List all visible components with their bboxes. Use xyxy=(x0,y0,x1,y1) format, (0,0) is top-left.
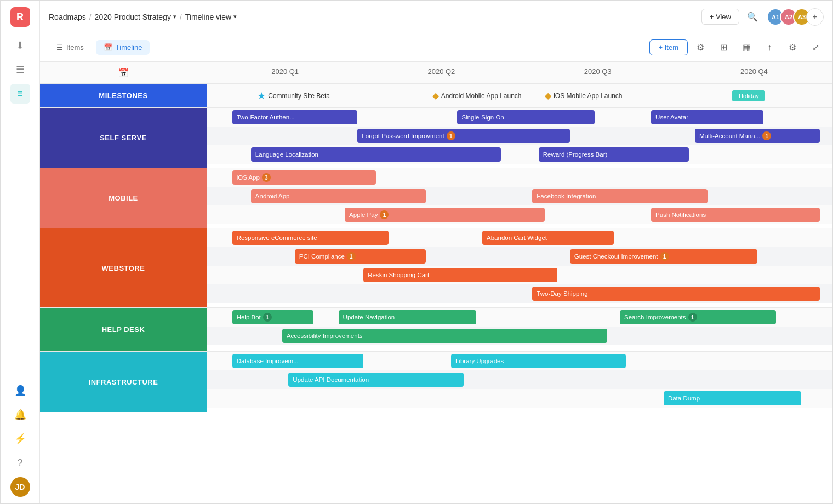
breadcrumb-sep2: / xyxy=(180,13,182,21)
bar-ios-app[interactable]: iOS App 3 xyxy=(232,170,376,185)
milestone-community-label: Community Site Beta xyxy=(268,92,330,100)
mobile-label: MOBILE xyxy=(40,168,207,228)
items-tab-label: Items xyxy=(66,43,84,51)
helpdesk-label: HELP DESK xyxy=(40,308,207,351)
group-self-serve: SELF SERVE Two-Factor Authen... Single-S… xyxy=(40,108,832,168)
top-nav: Roadmaps / 2020 Product Strategy / Timel… xyxy=(40,1,832,33)
star-icon: ★ xyxy=(257,90,266,102)
group-infrastructure: INFRASTRUCTURE Database Improvem... Libr… xyxy=(40,352,832,412)
infra-label: INFRASTRUCTURE xyxy=(40,352,207,412)
group-icon[interactable]: ⊞ xyxy=(715,39,732,56)
infra-track-2: Update API Documentation xyxy=(207,370,832,389)
webstore-label: WEBSTORE xyxy=(40,228,207,307)
q3-header: 2020 Q3 xyxy=(520,62,676,83)
sidebar-icon-download[interactable]: ⬇ xyxy=(10,36,30,55)
sidebar-icon-list[interactable]: ☰ xyxy=(10,60,30,79)
fullscreen-icon[interactable]: ⤢ xyxy=(807,39,824,56)
sidebar: R ⬇ ☰ ≡ 👤 🔔 ⚡ ? JD xyxy=(1,1,40,503)
diamond-icon-1: ◆ xyxy=(432,90,439,101)
helpdesk-track-2: Accessibility Improvements xyxy=(207,327,832,345)
milestone-community[interactable]: ★ Community Site Beta xyxy=(257,90,330,102)
webstore-track-2: PCI Compliance 1 Guest Checkout Improvem… xyxy=(207,247,832,266)
sidebar-icon-contacts[interactable]: 👤 xyxy=(10,381,30,400)
breadcrumb-view[interactable]: Timeline view xyxy=(185,13,237,21)
bar-multi-account[interactable]: Multi-Account Mana... 1 xyxy=(695,129,820,143)
mobile-track-2: Android App Facebook Integration xyxy=(207,187,832,205)
sidebar-icon-bell[interactable]: 🔔 xyxy=(10,405,30,425)
topnav-icons: 🔍 A1 A2 A3 + xyxy=(744,8,824,26)
export-icon[interactable]: ↑ xyxy=(761,39,778,56)
bar-abandon-cart[interactable]: Abandon Cart Widget xyxy=(482,231,614,245)
filter-icon[interactable]: ⚙ xyxy=(692,39,709,56)
bar-library[interactable]: Library Upgrades xyxy=(451,354,626,368)
webstore-track-3: Reskin Shopping Cart xyxy=(207,266,832,284)
sidebar-icon-roadmap[interactable]: ≡ xyxy=(10,84,30,104)
bar-apple-pay[interactable]: Apple Pay 1 xyxy=(345,208,545,222)
milestone-android[interactable]: ◆ Android Mobile App Launch xyxy=(432,90,522,101)
bar-two-factor[interactable]: Two-Factor Authen... xyxy=(232,110,357,124)
webstore-tracks: Responsive eCommerce site Abandon Cart W… xyxy=(207,228,832,307)
items-tab-icon: ☰ xyxy=(56,43,63,51)
app-logo[interactable]: R xyxy=(10,7,30,27)
bar-data-dump[interactable]: Data Dump xyxy=(664,391,801,405)
breadcrumb-root[interactable]: Roadmaps xyxy=(49,13,86,21)
bar-forgot-password[interactable]: Forgot Password Improvment 1 xyxy=(357,129,570,143)
infra-track-1: Database Improvem... Library Upgrades xyxy=(207,352,832,370)
add-member-button[interactable]: + xyxy=(806,8,824,26)
bar-database[interactable]: Database Improvem... xyxy=(232,354,364,368)
user-avatar-sidebar[interactable]: JD xyxy=(10,477,30,497)
self-serve-track-3: Language Localization Reward (Progress B… xyxy=(207,145,832,164)
bar-guest-checkout[interactable]: Guest Checkout Improvement 1 xyxy=(570,249,757,264)
bar-single-sign-on[interactable]: Single-Sign On xyxy=(457,110,595,124)
diamond-icon-2: ◆ xyxy=(545,90,551,101)
webstore-track-4: Two-Day Shipping xyxy=(207,284,832,303)
quarters-row: 2020 Q1 2020 Q2 2020 Q3 2020 Q4 xyxy=(207,62,832,83)
helpdesk-track-1: Help Bot 1 Update Navigation Search Impr… xyxy=(207,308,832,327)
timeline-tab-label: Timeline xyxy=(116,43,142,51)
bar-user-avatar[interactable]: User Avatar xyxy=(651,110,763,124)
mobile-tracks: iOS App 3 Android App Facebook Integrati… xyxy=(207,168,832,228)
breadcrumb-project[interactable]: 2020 Product Strategy xyxy=(95,13,176,21)
bar-api-docs[interactable]: Update API Documentation xyxy=(288,373,463,387)
timeline-tab[interactable]: 📅 Timeline xyxy=(96,40,150,55)
bar-responsive[interactable]: Responsive eCommerce site xyxy=(232,231,389,245)
webstore-track-1: Responsive eCommerce site Abandon Cart W… xyxy=(207,228,832,247)
timeline-area[interactable]: 📅 2020 Q1 2020 Q2 2020 Q3 2020 Q4 MILEST… xyxy=(40,62,832,503)
sidebar-icon-help[interactable]: ? xyxy=(10,453,30,473)
bar-language-loc[interactable]: Language Localization xyxy=(251,147,501,162)
milestone-ios-label: iOS Mobile App Launch xyxy=(554,92,622,100)
add-view-button[interactable]: + View xyxy=(701,9,739,25)
settings-icon[interactable]: ⚙ xyxy=(784,39,801,56)
bar-update-nav[interactable]: Update Navigation xyxy=(339,310,476,324)
helpdesk-tracks: Help Bot 1 Update Navigation Search Impr… xyxy=(207,308,832,351)
avatar-stack: A1 A2 A3 + xyxy=(767,8,824,26)
milestone-android-label: Android Mobile App Launch xyxy=(441,92,522,100)
timeline-tab-icon: 📅 xyxy=(104,43,112,51)
bar-helpbot[interactable]: Help Bot 1 xyxy=(232,310,313,324)
bar-accessibility[interactable]: Accessibility Improvements xyxy=(282,329,607,343)
items-tab[interactable]: ☰ Items xyxy=(49,40,92,55)
sidebar-icon-bolt[interactable]: ⚡ xyxy=(10,429,30,449)
search-icon[interactable]: 🔍 xyxy=(744,8,761,26)
timeline-label-header: 📅 xyxy=(40,62,207,83)
bar-android-app[interactable]: Android App xyxy=(251,189,426,203)
add-item-button[interactable]: + Item xyxy=(649,39,688,55)
bar-search-improvements[interactable]: Search Improvements 1 xyxy=(620,310,776,324)
bar-two-day[interactable]: Two-Day Shipping xyxy=(532,287,820,301)
breadcrumb-sep1: / xyxy=(89,13,92,21)
bar-facebook[interactable]: Facebook Integration xyxy=(532,189,707,203)
bar-reward[interactable]: Reward (Progress Bar) xyxy=(539,147,689,162)
milestone-holiday[interactable]: Holiday xyxy=(732,90,765,101)
self-serve-tracks: Two-Factor Authen... Single-Sign On User… xyxy=(207,108,832,168)
bar-reskin[interactable]: Reskin Shopping Cart xyxy=(363,268,557,282)
q4-header: 2020 Q4 xyxy=(676,62,832,83)
app-container: R ⬇ ☰ ≡ 👤 🔔 ⚡ ? JD Roadmaps / 2020 Produ… xyxy=(0,0,833,504)
infra-track-3: Data Dump xyxy=(207,389,832,408)
board-icon[interactable]: ▦ xyxy=(738,39,755,56)
bar-pci[interactable]: PCI Compliance 1 xyxy=(295,249,426,264)
milestones-row: MILESTONES ★ Community Site Beta ◆ Andro… xyxy=(40,84,832,108)
group-helpdesk: HELP DESK Help Bot 1 Update Navigation S… xyxy=(40,308,832,352)
milestones-track: ★ Community Site Beta ◆ Android Mobile A… xyxy=(207,84,832,107)
bar-push-notifications[interactable]: Push Notifications xyxy=(651,208,820,222)
milestone-ios[interactable]: ◆ iOS Mobile App Launch xyxy=(545,90,622,101)
